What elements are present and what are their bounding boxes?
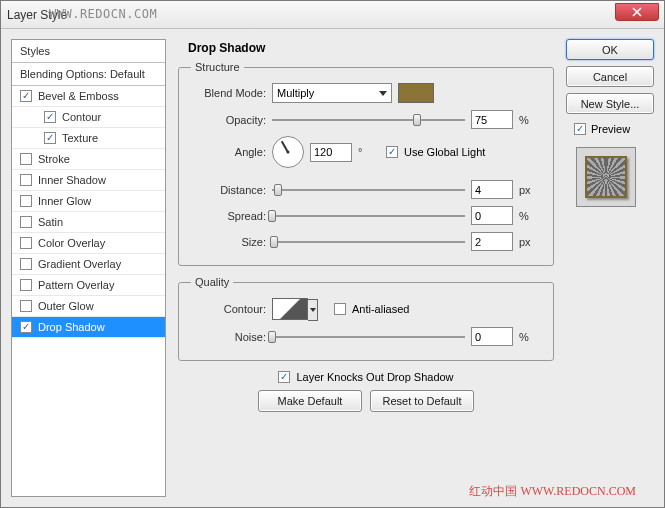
style-item-gradient-overlay[interactable]: Gradient Overlay [12,254,165,275]
noise-label: Noise: [191,331,266,343]
angle-input[interactable]: 120 [310,143,352,162]
style-label: Pattern Overlay [38,279,114,291]
shadow-color-swatch[interactable] [398,83,434,103]
style-item-inner-shadow[interactable]: Inner Shadow [12,170,165,191]
use-global-light-checkbox[interactable] [386,146,398,158]
ok-button[interactable]: OK [566,39,654,60]
spread-label: Spread: [191,210,266,222]
style-item-satin[interactable]: Satin [12,212,165,233]
cancel-button[interactable]: Cancel [566,66,654,87]
preview-checkbox[interactable] [574,123,586,135]
style-checkbox[interactable] [20,153,32,165]
make-default-button[interactable]: Make Default [258,390,362,412]
style-item-outer-glow[interactable]: Outer Glow [12,296,165,317]
style-item-color-overlay[interactable]: Color Overlay [12,233,165,254]
style-label: Drop Shadow [38,321,105,333]
use-global-light-label: Use Global Light [404,146,485,158]
spread-unit: % [519,210,541,222]
size-unit: px [519,236,541,248]
style-checkbox[interactable] [20,90,32,102]
style-item-pattern-overlay[interactable]: Pattern Overlay [12,275,165,296]
style-label: Gradient Overlay [38,258,121,270]
style-checkbox[interactable] [20,300,32,312]
close-button[interactable] [615,3,659,21]
right-panel: OK Cancel New Style... Preview [566,39,654,497]
angle-unit: ° [358,146,380,158]
opacity-input[interactable]: 75 [471,110,513,129]
spread-slider[interactable] [272,208,465,224]
style-checkbox[interactable] [20,195,32,207]
knockout-checkbox[interactable] [278,371,290,383]
style-label: Bevel & Emboss [38,90,119,102]
blend-mode-value: Multiply [277,87,314,99]
angle-dial[interactable] [272,136,304,168]
titlebar[interactable]: Layer Style WWW.REDOCN.COM [1,1,664,29]
chevron-down-icon [308,299,318,321]
style-checkbox[interactable] [44,111,56,123]
opacity-unit: % [519,114,541,126]
style-item-drop-shadow[interactable]: Drop Shadow [12,317,165,338]
style-checkbox[interactable] [20,279,32,291]
opacity-label: Opacity: [191,114,266,126]
noise-unit: % [519,331,541,343]
distance-input[interactable]: 4 [471,180,513,199]
style-label: Inner Shadow [38,174,106,186]
structure-legend: Structure [191,61,244,73]
style-label: Outer Glow [38,300,94,312]
chevron-down-icon [379,91,387,96]
preview-thumbnail [576,147,636,207]
style-checkbox[interactable] [20,237,32,249]
style-checkbox[interactable] [20,258,32,270]
layer-style-dialog: Layer Style WWW.REDOCN.COM Styles Blendi… [0,0,665,508]
preview-image [585,156,627,198]
style-label: Texture [62,132,98,144]
watermark-bottom: 红动中国 WWW.REDOCN.COM [469,483,636,500]
blend-mode-dropdown[interactable]: Multiply [272,83,392,103]
new-style-button[interactable]: New Style... [566,93,654,114]
style-label: Satin [38,216,63,228]
reset-default-button[interactable]: Reset to Default [370,390,474,412]
size-input[interactable]: 2 [471,232,513,251]
styles-header[interactable]: Styles [12,40,165,63]
style-item-inner-glow[interactable]: Inner Glow [12,191,165,212]
noise-input[interactable]: 0 [471,327,513,346]
size-label: Size: [191,236,266,248]
blending-options[interactable]: Blending Options: Default [12,63,165,86]
style-item-stroke[interactable]: Stroke [12,149,165,170]
style-checkbox[interactable] [20,216,32,228]
style-checkbox[interactable] [44,132,56,144]
style-checkbox[interactable] [20,321,32,333]
style-checkbox[interactable] [20,174,32,186]
distance-slider[interactable] [272,182,465,198]
panel-title: Drop Shadow [176,39,556,61]
style-item-bevel-emboss[interactable]: Bevel & Emboss [12,86,165,107]
distance-label: Distance: [191,184,266,196]
quality-group: Quality Contour: Anti-aliased Noise: 0 % [178,276,554,361]
style-label: Inner Glow [38,195,91,207]
spread-input[interactable]: 0 [471,206,513,225]
contour-picker[interactable] [272,298,308,320]
distance-unit: px [519,184,541,196]
preview-label: Preview [591,123,630,135]
main-panel: Drop Shadow Structure Blend Mode: Multip… [176,39,556,497]
opacity-slider[interactable] [272,112,465,128]
style-label: Color Overlay [38,237,105,249]
angle-label: Angle: [191,146,266,158]
size-slider[interactable] [272,234,465,250]
style-item-contour[interactable]: Contour [12,107,165,128]
content: Styles Blending Options: Default Bevel &… [1,29,664,507]
close-icon [632,7,642,17]
quality-legend: Quality [191,276,233,288]
contour-label: Contour: [191,303,266,315]
structure-group: Structure Blend Mode: Multiply Opacity: … [178,61,554,266]
anti-aliased-label: Anti-aliased [352,303,409,315]
style-label: Stroke [38,153,70,165]
style-item-texture[interactable]: Texture [12,128,165,149]
blend-mode-label: Blend Mode: [191,87,266,99]
watermark-top: WWW.REDOCN.COM [49,7,157,21]
styles-panel: Styles Blending Options: Default Bevel &… [11,39,166,497]
anti-aliased-checkbox[interactable] [334,303,346,315]
noise-slider[interactable] [272,329,465,345]
knockout-label: Layer Knocks Out Drop Shadow [296,371,453,383]
style-label: Contour [62,111,101,123]
